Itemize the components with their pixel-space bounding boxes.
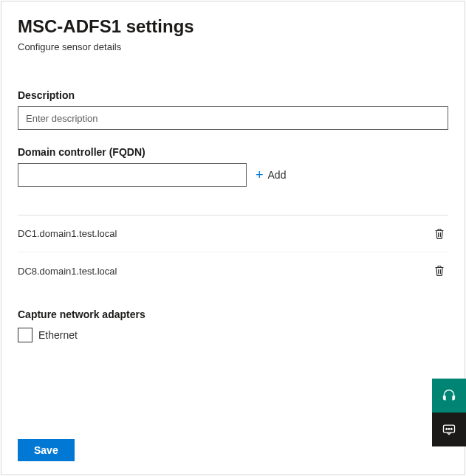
- description-label: Description: [18, 89, 448, 101]
- dc-list: DC1.domain1.test.local DC8.domain1.test.…: [18, 215, 448, 289]
- adapter-checkbox-ethernet[interactable]: [18, 328, 32, 342]
- feedback-button[interactable]: [432, 413, 466, 446]
- svg-point-2: [448, 428, 450, 430]
- fqdn-label: Domain controller (FQDN): [18, 146, 448, 158]
- page-subtitle: Configure sensor details: [18, 41, 448, 52]
- plus-icon: +: [256, 168, 264, 182]
- add-button-label: Add: [268, 169, 287, 181]
- floating-widgets: [432, 379, 466, 446]
- save-button[interactable]: Save: [18, 439, 75, 461]
- add-button[interactable]: + Add: [254, 165, 287, 184]
- headset-icon: [442, 388, 456, 403]
- adapter-row: Ethernet: [18, 328, 448, 342]
- support-button[interactable]: [432, 379, 466, 413]
- svg-point-1: [446, 428, 448, 430]
- dc-name: DC1.domain1.test.local: [18, 228, 117, 239]
- list-item: DC8.domain1.test.local: [18, 252, 448, 289]
- trash-icon: [434, 265, 445, 277]
- adapter-label: Ethernet: [38, 329, 78, 341]
- dc-name: DC8.domain1.test.local: [18, 266, 117, 277]
- list-item: DC1.domain1.test.local: [18, 215, 448, 252]
- svg-point-3: [451, 428, 453, 430]
- delete-button[interactable]: [431, 262, 448, 280]
- fqdn-field: Domain controller (FQDN) + Add: [18, 146, 448, 187]
- description-field: Description: [18, 89, 448, 130]
- fqdn-input[interactable]: [18, 163, 247, 187]
- page-title: MSC-ADFS1 settings: [18, 16, 448, 37]
- delete-button[interactable]: [431, 225, 448, 243]
- trash-icon: [434, 228, 445, 240]
- adapters-label: Capture network adapters: [18, 308, 448, 320]
- description-input[interactable]: [18, 106, 448, 130]
- adapters-section: Capture network adapters Ethernet: [18, 308, 448, 342]
- chat-icon: [442, 422, 456, 437]
- settings-panel: MSC-ADFS1 settings Configure sensor deta…: [1, 1, 465, 475]
